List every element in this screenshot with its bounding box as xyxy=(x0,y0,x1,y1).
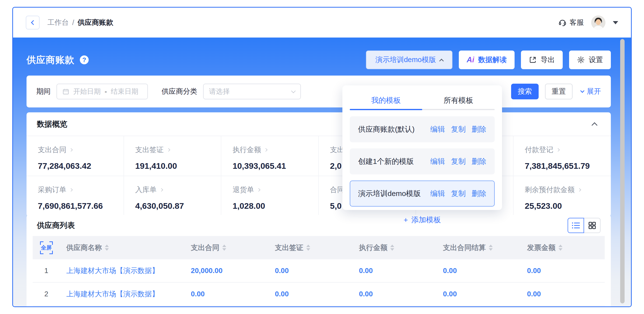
active-tab-indicator xyxy=(350,109,422,110)
vertical-scrollbar[interactable] xyxy=(620,39,624,304)
reset-button[interactable]: 重置 xyxy=(545,84,572,99)
grid-view-button[interactable] xyxy=(584,218,600,233)
template-selector-label: 演示培训demo模版 xyxy=(375,55,436,65)
cell-expense-contract[interactable]: 0.00 xyxy=(184,290,268,298)
column-header-expense-visa[interactable]: 支出签证 xyxy=(268,243,352,253)
collapse-chevron-icon[interactable] xyxy=(592,122,597,128)
sort-icon[interactable] xyxy=(558,245,562,251)
column-header-contract-settlement[interactable]: 支出合同结算 xyxy=(437,243,521,253)
expand-label: 展开 xyxy=(587,87,601,96)
app-window: 工作台 / 供应商账款 客服 xyxy=(12,7,632,307)
chevron-down-icon xyxy=(580,89,584,93)
delete-link[interactable]: 删除 xyxy=(472,124,486,135)
edit-link[interactable]: 编辑 xyxy=(430,157,445,166)
ai-interpret-button[interactable]: Ai 数据解读 xyxy=(459,50,514,69)
chevron-right-icon xyxy=(166,148,170,152)
stat-remaining-prepayment[interactable]: 剩余预付款金额 25,523.00 xyxy=(514,176,611,216)
column-header-invoice-amount[interactable]: 发票金额 xyxy=(521,243,605,253)
edit-link[interactable]: 编辑 xyxy=(430,189,445,199)
customer-service-button[interactable]: 客服 xyxy=(558,18,584,27)
delete-link[interactable]: 删除 xyxy=(472,189,486,199)
edit-link[interactable]: 编辑 xyxy=(430,124,445,135)
stat-label: 退货单 xyxy=(232,185,254,195)
tab-my-templates[interactable]: 我的模板 xyxy=(350,92,422,109)
template-item-new[interactable]: 创建1个新的模版 编辑 复制 删除 xyxy=(350,149,495,174)
template-name: 演示培训demo模版 xyxy=(358,189,421,199)
list-view-button[interactable] xyxy=(568,218,584,233)
ai-interpret-label: 数据解读 xyxy=(478,55,507,65)
start-date-placeholder: 开始日期 xyxy=(73,87,101,96)
delete-link[interactable]: 删除 xyxy=(472,157,486,166)
copy-link[interactable]: 复制 xyxy=(451,124,466,135)
gear-icon xyxy=(577,56,585,64)
chevron-right-icon xyxy=(69,148,73,152)
cell-contract-settlement[interactable]: 0.00 xyxy=(437,267,521,275)
settings-button[interactable]: 设置 xyxy=(569,50,611,69)
stat-inbound-order[interactable]: 入库单 4,630,050.87 xyxy=(124,176,222,216)
stat-label: 合同 xyxy=(330,185,344,195)
search-button[interactable]: 搜索 xyxy=(511,84,539,99)
topbar-right: 客服 xyxy=(558,15,618,30)
date-range-input[interactable]: 开始日期 - 结束日期 xyxy=(56,84,148,99)
supplier-name-link[interactable]: 上海建材大市场【演示数据】 xyxy=(60,289,184,299)
expand-link[interactable]: 展开 xyxy=(581,87,601,96)
cell-expense-visa[interactable]: 0.00 xyxy=(268,267,352,275)
stat-value: 7,690,861,577.66 xyxy=(38,201,119,211)
breadcrumb-root[interactable]: 工作台 xyxy=(48,18,69,27)
supplier-name-link[interactable]: 上海建材大市场【演示数据】 xyxy=(60,266,184,276)
sort-icon[interactable] xyxy=(105,245,109,251)
stat-label: 剩余预付款金额 xyxy=(525,185,575,195)
stat-value: 10,393,065.41 xyxy=(232,161,314,171)
stat-execution-amount[interactable]: 执行金额 10,393,065.41 xyxy=(221,136,319,176)
stat-value: 1,028.00 xyxy=(232,201,314,211)
stat-payment-register[interactable]: 付款登记 7,381,845,651.79 xyxy=(514,136,611,176)
copy-link[interactable]: 复制 xyxy=(451,189,466,199)
period-label: 期间 xyxy=(36,87,50,96)
headset-icon xyxy=(558,18,567,27)
sort-icon[interactable] xyxy=(390,245,394,251)
fullscreen-icon: 全屏 xyxy=(40,241,53,254)
tab-all-templates[interactable]: 所有模板 xyxy=(422,92,495,109)
column-header-supplier-name[interactable]: 供应商名称 xyxy=(60,243,184,253)
cell-execution-amount[interactable]: 0.00 xyxy=(352,267,436,275)
template-selector-button[interactable]: 演示培训demo模版 xyxy=(366,50,452,69)
stat-purchase-order[interactable]: 采购订单 7,690,861,577.66 xyxy=(26,176,124,216)
data-overview-title: 数据概览 xyxy=(37,119,67,129)
back-button[interactable] xyxy=(26,16,40,29)
column-header-execution-amount[interactable]: 执行金额 xyxy=(352,243,436,253)
sort-icon[interactable] xyxy=(306,245,310,251)
help-icon[interactable]: ? xyxy=(80,55,89,64)
breadcrumb-separator: / xyxy=(72,19,74,27)
category-select[interactable]: 请选择 xyxy=(203,84,301,99)
table-header-row: 全屏 供应商名称 支出合同 支出签证 xyxy=(33,236,605,259)
fullscreen-button[interactable]: 全屏 xyxy=(33,241,60,254)
plus-icon: + xyxy=(404,216,408,224)
template-item-demo[interactable]: 演示培训demo模版 编辑 复制 删除 xyxy=(350,180,495,207)
sort-icon[interactable] xyxy=(222,245,226,251)
stat-expense-visa[interactable]: 支出签证 191,410.00 xyxy=(124,136,222,176)
cell-expense-contract[interactable]: 20,000.00 xyxy=(184,267,268,275)
column-header-expense-contract[interactable]: 支出合同 xyxy=(184,243,268,253)
copy-link[interactable]: 复制 xyxy=(451,157,466,166)
stat-expense-contract[interactable]: 支出合同 77,284,063.42 xyxy=(26,136,124,176)
cell-invoice-amount[interactable]: 0.00 xyxy=(521,267,605,275)
cell-expense-visa[interactable]: 0.00 xyxy=(268,290,352,298)
add-template-button[interactable]: + 添加模板 xyxy=(350,215,495,225)
template-name: 创建1个新的模版 xyxy=(358,157,414,166)
stat-label: 支出 xyxy=(330,145,344,155)
stat-label: 支出签证 xyxy=(135,145,164,155)
topbar: 工作台 / 供应商账款 客服 xyxy=(13,7,631,37)
sort-icon[interactable] xyxy=(489,245,493,251)
stat-label: 采购订单 xyxy=(38,185,66,195)
export-button[interactable]: 导出 xyxy=(521,50,563,69)
cell-execution-amount[interactable]: 0.00 xyxy=(352,290,436,298)
stat-return-order[interactable]: 退货单 1,028.00 xyxy=(221,176,319,216)
chevron-down-icon[interactable] xyxy=(613,21,618,24)
cell-invoice-amount[interactable]: 0.00 xyxy=(521,290,605,298)
stat-value: 191,410.00 xyxy=(135,161,216,171)
template-item-default[interactable]: 供应商账款(默认) 编辑 复制 删除 xyxy=(350,116,495,142)
avatar[interactable] xyxy=(591,15,606,30)
chevron-right-icon xyxy=(556,148,560,152)
view-toggle xyxy=(568,218,600,233)
cell-contract-settlement[interactable]: 0.00 xyxy=(437,290,521,298)
